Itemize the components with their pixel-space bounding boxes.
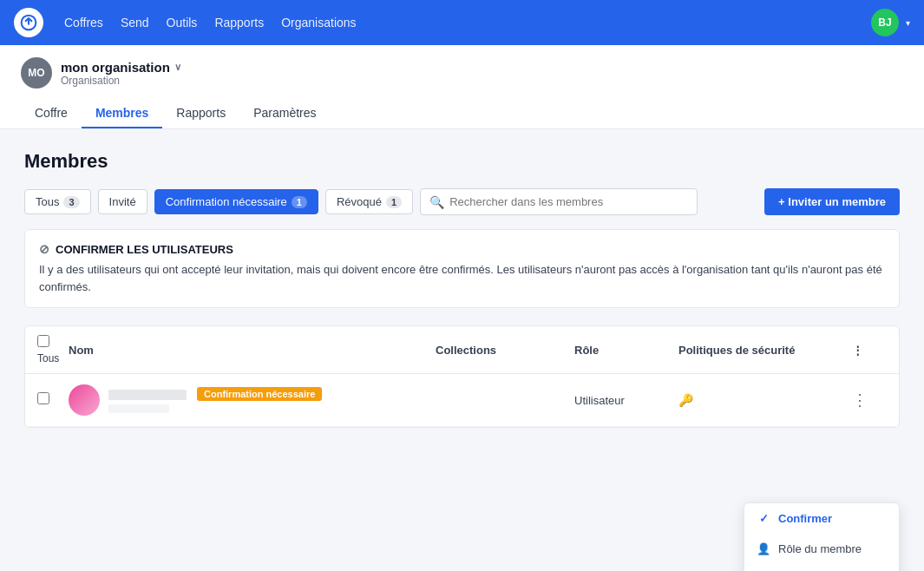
member-text: Confirmation nécessaire: [108, 387, 322, 413]
row-checkbox: [37, 392, 69, 408]
filter-tous-label: Tous: [36, 195, 59, 208]
org-avatar: MO: [21, 57, 52, 89]
page-title: Membres: [24, 150, 900, 173]
nav-coffres[interactable]: Coffres: [64, 16, 103, 30]
member-name: [108, 388, 187, 401]
select-all-checkbox[interactable]: [37, 335, 49, 347]
filter-confirmation[interactable]: Confirmation nécessaire 1: [154, 189, 318, 214]
tab-coffre[interactable]: Coffre: [21, 99, 82, 128]
filter-bar: Tous 3 Invité Confirmation nécessaire 1 …: [24, 188, 900, 215]
all-label: Tous: [37, 352, 59, 364]
warning-text: Il y a des utilisateurs qui ont accepté …: [39, 261, 885, 295]
member-role: Utilisateur: [574, 394, 678, 407]
nav-send[interactable]: Send: [121, 16, 149, 30]
nav-user-area: BJ ▾: [871, 9, 910, 36]
role-icon: 👤: [757, 542, 770, 555]
nav-links: Coffres Send Outils Rapports Organisatio…: [64, 16, 850, 30]
search-input[interactable]: [449, 189, 688, 214]
member-avatar: [69, 384, 100, 416]
filter-invite[interactable]: Invité: [98, 189, 147, 214]
more-all-icon: ⋮: [852, 344, 863, 357]
search-wrapper: 🔍: [420, 188, 698, 215]
org-name[interactable]: mon organisation ∨: [61, 60, 181, 75]
org-type: Organisation: [61, 75, 181, 87]
filter-confirmation-badge: 1: [292, 196, 307, 208]
dropdown-collections[interactable]: 🗂 Collections: [744, 564, 899, 571]
col-header-role: Rôle: [574, 344, 678, 357]
org-chevron-icon[interactable]: ∨: [174, 62, 181, 73]
row-select-checkbox[interactable]: [37, 392, 49, 404]
filter-tous[interactable]: Tous 3: [24, 189, 91, 214]
tab-membres[interactable]: Membres: [82, 99, 162, 128]
role-label: Rôle du membre: [778, 542, 862, 555]
member-info: Confirmation nécessaire: [69, 384, 436, 416]
confirm-icon: ✓: [757, 512, 770, 525]
member-name-row: Confirmation nécessaire: [108, 387, 322, 401]
filter-revoque[interactable]: Révoqué 1: [325, 189, 413, 214]
warning-title: ⊘ CONFIRMER LES UTILISATEURS: [39, 242, 885, 256]
row-actions: ⋮: [852, 391, 887, 410]
main-content: Membres Tous 3 Invité Confirmation néces…: [0, 129, 924, 571]
filter-confirmation-label: Confirmation nécessaire: [166, 195, 287, 208]
user-chevron-icon[interactable]: ▾: [906, 18, 910, 28]
logo[interactable]: [14, 8, 43, 37]
filter-invite-label: Invité: [109, 195, 136, 208]
nav-rapports[interactable]: Rapports: [214, 16, 264, 30]
nav-outils[interactable]: Outils: [167, 16, 198, 30]
member-email: [108, 401, 322, 413]
member-status-badge: Confirmation nécessaire: [197, 387, 322, 401]
filter-tous-badge: 3: [63, 196, 79, 208]
search-icon: 🔍: [429, 195, 444, 209]
tab-parametres[interactable]: Paramètres: [239, 99, 330, 128]
dropdown-menu: ✓ Confirmer 👤 Rôle du membre 🗂 Collectio…: [744, 502, 900, 571]
org-text: mon organisation ∨ Organisation: [61, 60, 181, 87]
warning-title-text: CONFIRMER LES UTILISATEURS: [56, 243, 233, 256]
col-header-name: Nom: [69, 344, 436, 357]
member-policy: 🔑: [678, 393, 852, 407]
page-tabs: Coffre Membres Rapports Paramètres: [21, 99, 903, 128]
table-row: Confirmation nécessaire Utilisateur 🔑 ⋮: [25, 374, 899, 427]
confirm-label: Confirmer: [778, 512, 832, 525]
invite-member-button[interactable]: + Inviter un membre: [764, 188, 900, 215]
user-avatar[interactable]: BJ: [871, 9, 899, 36]
dropdown-confirmer[interactable]: ✓ Confirmer: [744, 503, 899, 534]
members-table: Tous Nom Collections Rôle Politiques de …: [24, 325, 900, 428]
nav-organisations[interactable]: Organisations: [281, 16, 356, 30]
filter-revoque-label: Révoqué: [337, 195, 382, 208]
col-header-actions: ⋮: [852, 344, 887, 357]
top-navigation: Coffres Send Outils Rapports Organisatio…: [0, 0, 924, 45]
org-header: MO mon organisation ∨ Organisation Coffr…: [0, 45, 924, 129]
table-header: Tous Nom Collections Rôle Politiques de …: [25, 326, 899, 374]
col-header-security: Politiques de sécurité: [678, 344, 852, 357]
filter-revoque-badge: 1: [386, 196, 402, 208]
row-more-button[interactable]: ⋮: [852, 391, 868, 410]
table-header-check: Tous: [37, 335, 69, 364]
tab-rapports[interactable]: Rapports: [162, 99, 239, 128]
dropdown-role[interactable]: 👤 Rôle du membre: [744, 534, 899, 564]
col-header-collections: Collections: [436, 344, 574, 357]
warning-box: ⊘ CONFIRMER LES UTILISATEURS Il y a des …: [24, 229, 900, 308]
warning-icon: ⊘: [39, 242, 49, 256]
org-info: MO mon organisation ∨ Organisation: [21, 57, 903, 89]
org-name-text: mon organisation: [61, 60, 170, 75]
